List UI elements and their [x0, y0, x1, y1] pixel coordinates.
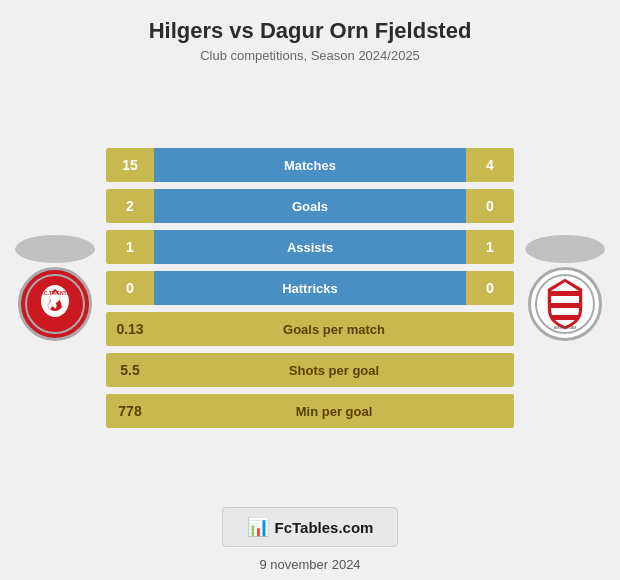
stat-left-matches: 15 — [106, 148, 154, 182]
stats-container: 15 Matches 4 2 Goals 0 1 Assists — [100, 148, 520, 428]
stat-row-assists: 1 Assists 1 — [106, 230, 514, 264]
team-logo-right: AJAX AMSTERDAM — [520, 235, 610, 341]
watermark-icon: 📊 — [247, 516, 269, 538]
page-subtitle: Club competitions, Season 2024/2025 — [149, 48, 472, 63]
main-content: F.C.TWENTE 1965 15 Matches — [0, 77, 620, 499]
stat-right-assists: 1 — [466, 230, 514, 264]
stat-label-spg: Shots per goal — [289, 363, 379, 378]
stat-left-gpm: 0.13 — [106, 312, 154, 346]
watermark-text: FcTables.com — [275, 519, 374, 536]
svg-rect-7 — [551, 315, 579, 320]
stat-bar-matches: Matches — [154, 148, 466, 182]
stat-left-goals: 2 — [106, 189, 154, 223]
footer-date: 9 november 2024 — [259, 557, 360, 572]
stat-left-mpg: 778 — [106, 394, 154, 428]
header: Hilgers vs Dagur Orn Fjeldsted Club comp… — [139, 0, 482, 69]
team-logo-left: F.C.TWENTE 1965 — [10, 235, 100, 341]
stat-bar-gpm: Goals per match — [154, 312, 514, 346]
stat-right-hattricks: 0 — [466, 271, 514, 305]
stat-label-matches: Matches — [284, 158, 336, 173]
stat-label-hattricks: Hattricks — [282, 281, 338, 296]
left-ellipse — [15, 235, 95, 263]
stat-row-hattricks: 0 Hattricks 0 — [106, 271, 514, 305]
stat-row-min-per-goal: 778 Min per goal — [106, 394, 514, 428]
stat-left-assists: 1 — [106, 230, 154, 264]
twente-logo-svg: F.C.TWENTE 1965 — [24, 273, 86, 335]
stat-bar-mpg: Min per goal — [154, 394, 514, 428]
twente-logo-circle: F.C.TWENTE 1965 — [18, 267, 92, 341]
ajax-logo-circle: AJAX AMSTERDAM — [528, 267, 602, 341]
stat-label-gpm: Goals per match — [283, 322, 385, 337]
stat-label-goals: Goals — [292, 199, 328, 214]
svg-rect-5 — [551, 291, 579, 296]
right-ellipse — [525, 235, 605, 263]
stat-label-assists: Assists — [287, 240, 333, 255]
svg-text:AMSTERDAM: AMSTERDAM — [554, 326, 576, 330]
stat-right-matches: 4 — [466, 148, 514, 182]
stat-bar-spg: Shots per goal — [154, 353, 514, 387]
stat-bar-assists: Assists — [154, 230, 466, 264]
page-title: Hilgers vs Dagur Orn Fjeldsted — [149, 18, 472, 44]
stat-bar-hattricks: Hattricks — [154, 271, 466, 305]
page-wrapper: Hilgers vs Dagur Orn Fjeldsted Club comp… — [0, 0, 620, 580]
stat-row-goals: 2 Goals 0 — [106, 189, 514, 223]
stat-label-mpg: Min per goal — [296, 404, 373, 419]
stat-left-spg: 5.5 — [106, 353, 154, 387]
ajax-logo-svg: AJAX AMSTERDAM — [534, 273, 596, 335]
stat-right-goals: 0 — [466, 189, 514, 223]
svg-text:AJAX: AJAX — [554, 302, 577, 309]
stat-left-hattricks: 0 — [106, 271, 154, 305]
stat-row-goals-per-match: 0.13 Goals per match — [106, 312, 514, 346]
watermark: 📊 FcTables.com — [222, 507, 399, 547]
stat-row-matches: 15 Matches 4 — [106, 148, 514, 182]
stat-bar-goals: Goals — [154, 189, 466, 223]
stat-row-shots-per-goal: 5.5 Shots per goal — [106, 353, 514, 387]
